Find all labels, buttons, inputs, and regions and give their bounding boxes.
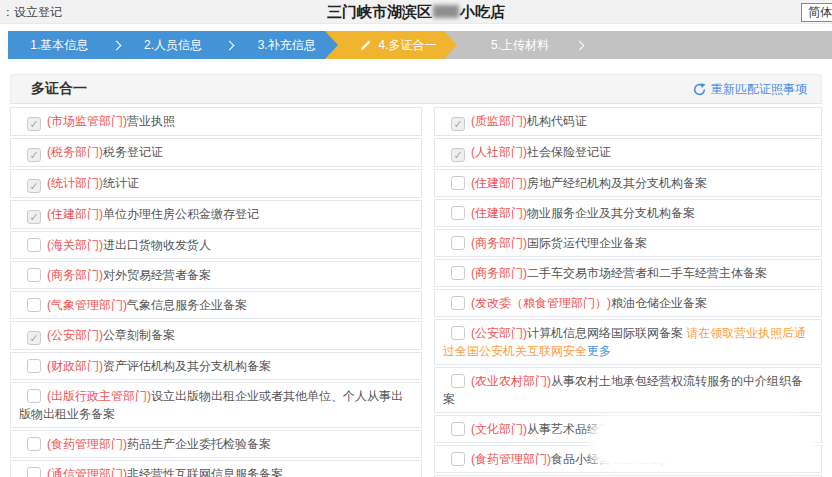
tab-step-2[interactable]: 2.人员信息 xyxy=(122,37,225,54)
item-department: (财政部门) xyxy=(47,359,103,373)
checkbox[interactable] xyxy=(27,389,41,403)
language-button[interactable]: 简体 xyxy=(801,3,832,22)
checklist-item[interactable]: (商务部门)二手车交易市场经营者和二手车经营主体备案 xyxy=(434,259,822,287)
checklist-item[interactable]: (食药管理部门)药品生产企业委托检验备案 xyxy=(10,430,422,458)
page-title-suffix: 小吃店 xyxy=(460,3,505,20)
checklist-item[interactable]: (统计部门)统计证 xyxy=(10,169,422,198)
item-department: (住建部门) xyxy=(471,206,527,220)
checklist-item[interactable]: (税务部门)税务登记证 xyxy=(10,138,422,167)
item-name: 非经营性互联网信息服务备案 xyxy=(127,467,283,477)
checklist-item[interactable]: (公安部门)计算机信息网络国际联网备案 请在领取营业执照后通过全国公安机关互联网… xyxy=(434,319,822,365)
checkbox[interactable] xyxy=(27,331,41,345)
rematch-certificates-link[interactable]: 重新匹配证照事项 xyxy=(693,81,807,98)
checkbox[interactable] xyxy=(27,210,41,224)
page-title-prefix: 三门峡市湖滨区 xyxy=(327,3,432,20)
item-name: 单位办理住房公积金缴存登记 xyxy=(103,207,259,221)
checkbox[interactable] xyxy=(27,238,41,252)
refresh-icon xyxy=(693,83,706,96)
item-department: (住建部门) xyxy=(471,176,527,190)
item-department: (人社部门) xyxy=(471,145,527,159)
checklist-item[interactable]: (出版行政主管部门)设立出版物出租企业或者其他单位、个人从事出版物出租业务备案 xyxy=(10,382,422,428)
item-name: 营业执照 xyxy=(127,114,175,128)
checkbox[interactable] xyxy=(451,326,465,340)
section-title: 多证合一 xyxy=(31,80,87,98)
item-name: 对外贸易经营者备案 xyxy=(103,268,211,282)
tab-step-4-label: 4.多证合一 xyxy=(378,37,436,54)
checklist-item[interactable]: (商务部门)对外贸易经营者备案 xyxy=(10,261,422,289)
checkbox[interactable] xyxy=(451,452,465,466)
checklist-item[interactable]: (公安部门)公章刻制备案 xyxy=(10,321,422,350)
item-name: 社会保险登记证 xyxy=(527,145,611,159)
checklist-item[interactable]: (发改委（粮食管理部门）)粮油仓储企业备案 xyxy=(434,289,822,317)
checkbox[interactable] xyxy=(27,268,41,282)
chevron-right-icon xyxy=(111,40,121,50)
checklist-item[interactable]: (质监部门)机构代码证 xyxy=(434,107,822,136)
item-name: 税务登记证 xyxy=(103,145,163,159)
item-department: (商务部门) xyxy=(47,268,103,282)
checklist-item[interactable]: (通信管理部门)非经营性互联网信息服务备案 xyxy=(10,460,422,477)
checklist-column-left: (市场监管部门)营业执照 (税务部门)税务登记证 (统计部门)统计证 (住建部门… xyxy=(10,107,422,477)
item-department: (统计部门) xyxy=(47,176,103,190)
checklist-item[interactable]: (商务部门)国际货运代理企业备案 xyxy=(434,229,822,257)
checklist-item[interactable]: (人社部门)社会保险登记证 xyxy=(434,138,822,167)
checkbox[interactable] xyxy=(451,296,465,310)
item-department: (商务部门) xyxy=(471,236,527,250)
item-name: 公章刻制备案 xyxy=(103,328,175,342)
item-name: 计算机信息网络国际联网备案 xyxy=(527,326,683,340)
item-department: (公安部门) xyxy=(471,326,527,340)
tab-step-4-active[interactable]: 4.多证合一 xyxy=(325,31,457,59)
item-department: (食药管理部门) xyxy=(47,437,127,451)
checkbox[interactable] xyxy=(451,236,465,250)
checklist-item[interactable]: (农业农村部门)从事农村土地承包经营权流转服务的中介组织备案 xyxy=(434,367,822,413)
item-department: (公安部门) xyxy=(47,328,103,342)
item-department: (农业农村部门) xyxy=(471,374,551,388)
checklist-item[interactable]: (财政部门)资产评估机构及其分支机构备案 xyxy=(10,352,422,380)
item-name: 房地产经纪机构及其分支机构备案 xyxy=(527,176,707,190)
item-name: 资产评估机构及其分支机构备案 xyxy=(103,359,271,373)
checklist-item[interactable]: (住建部门)房地产经纪机构及其分支机构备案 xyxy=(434,169,822,197)
item-department: (商务部门) xyxy=(471,266,527,280)
wizard-pending-segment: 5.上传材料 xyxy=(444,31,832,59)
item-department: (住建部门) xyxy=(47,207,103,221)
checkbox[interactable] xyxy=(451,206,465,220)
item-name: 统计证 xyxy=(103,176,139,190)
checkbox[interactable] xyxy=(451,422,465,436)
checkbox[interactable] xyxy=(27,148,41,162)
section-header: 多证合一 重新匹配证照事项 xyxy=(10,74,822,104)
item-name: 气象信息服务企业备案 xyxy=(127,298,247,312)
checkbox[interactable] xyxy=(27,359,41,373)
tab-step-3[interactable]: 3.补充信息 xyxy=(235,37,338,54)
checklist-item[interactable]: (市场监管部门)营业执照 xyxy=(10,107,422,136)
item-department: (文化部门) xyxy=(471,422,527,436)
checkbox[interactable] xyxy=(451,148,465,162)
tab-step-5[interactable]: 5.上传材料 xyxy=(474,37,566,54)
checkbox[interactable] xyxy=(451,176,465,190)
item-name: 机构代码证 xyxy=(527,114,587,128)
redaction-overlay xyxy=(598,422,808,462)
title-redaction xyxy=(433,5,459,18)
checkbox[interactable] xyxy=(451,374,465,388)
chevron-right-icon xyxy=(225,40,235,50)
checkbox[interactable] xyxy=(27,467,41,477)
checklist-item[interactable]: (气象管理部门)气象信息服务企业备案 xyxy=(10,291,422,319)
item-more-link[interactable]: 更多 xyxy=(587,344,611,358)
checkbox[interactable] xyxy=(27,179,41,193)
checkbox[interactable] xyxy=(451,117,465,131)
tab-step-1[interactable]: 1.基本信息 xyxy=(8,37,111,54)
checkbox[interactable] xyxy=(27,117,41,131)
item-department: (通信管理部门) xyxy=(47,467,127,477)
checklist-item[interactable]: (海关部门)进出口货物收发货人 xyxy=(10,231,422,259)
chevron-right-icon xyxy=(575,40,585,50)
rematch-certificates-label: 重新匹配证照事项 xyxy=(711,81,807,98)
step-wizard: 1.基本信息 2.人员信息 3.补充信息 4.多证合一 5.上传材料 xyxy=(8,31,832,59)
item-department: (食药管理部门) xyxy=(471,452,551,466)
checkbox[interactable] xyxy=(27,298,41,312)
item-department: (发改委（粮食管理部门）) xyxy=(471,296,611,310)
checklist-item[interactable]: (住建部门)单位办理住房公积金缴存登记 xyxy=(10,200,422,229)
checkbox[interactable] xyxy=(27,437,41,451)
item-department: (税务部门) xyxy=(47,145,103,159)
pencil-icon xyxy=(359,39,372,52)
checklist-item[interactable]: (住建部门)物业服务企业及其分支机构备案 xyxy=(434,199,822,227)
page-title: 三门峡市湖滨区小吃店 xyxy=(0,0,832,23)
checkbox[interactable] xyxy=(451,266,465,280)
